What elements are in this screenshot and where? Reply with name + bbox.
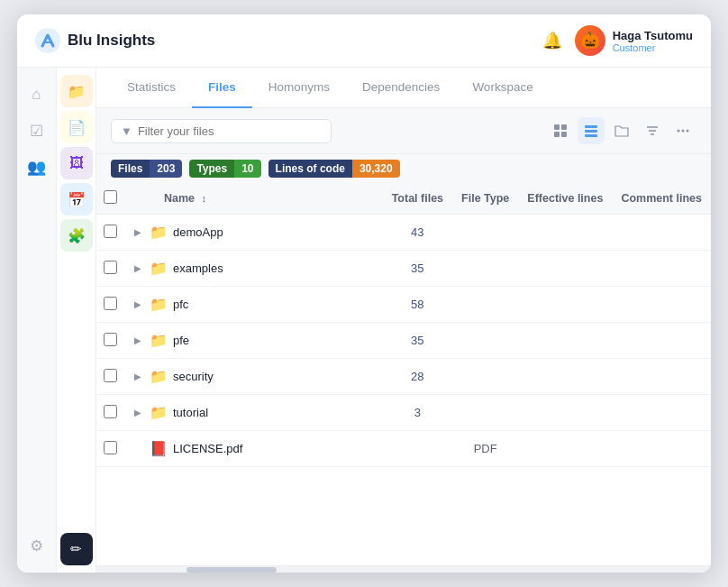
app-title: Blu Insights (68, 32, 155, 50)
row-checkbox-cell (96, 287, 124, 323)
expand-arrow-icon[interactable]: ▶ (132, 226, 144, 239)
filter-area[interactable]: ▼ (111, 119, 332, 143)
grid-view-btn[interactable] (547, 117, 574, 144)
svg-point-11 (678, 130, 680, 133)
scrollbar-thumb[interactable] (187, 567, 277, 573)
blu-logo-icon (35, 28, 60, 53)
row-select-checkbox[interactable] (104, 369, 117, 382)
tab-homonyms[interactable]: Homonyms (252, 68, 346, 108)
select-all-checkbox[interactable] (104, 190, 117, 204)
logo-area: Blu Insights (35, 28, 155, 53)
sidebar-compass-btn[interactable]: ✏ (60, 533, 93, 565)
expand-arrow-icon[interactable]: ▶ (132, 407, 144, 419)
sidebar-settings-icon[interactable]: ⚙ (21, 529, 53, 562)
table-row[interactable]: ▶📁pfc58 (96, 287, 711, 323)
sidebar-document-btn[interactable]: 📄 (60, 111, 93, 143)
row-name-cell: ▶📁examples (124, 251, 383, 287)
tab-workspace[interactable]: Workspace (456, 68, 549, 108)
row-name-cell: ▶📁demoApp (124, 215, 383, 251)
file-name-label: LICENSE.pdf (173, 442, 242, 455)
row-effective-lines (518, 359, 612, 395)
row-checkbox-cell (96, 359, 124, 395)
header-file-type[interactable]: File Type (452, 183, 518, 215)
avatar: 🎃 (575, 25, 605, 56)
row-comment-lines (612, 359, 711, 395)
row-select-checkbox[interactable] (104, 297, 117, 310)
table-row[interactable]: ▶📁examples35 (96, 251, 711, 287)
files-table: Name ↕ Total files File Type Effective l… (96, 183, 711, 467)
sidebar-users-icon[interactable]: 👥 (21, 151, 53, 183)
svg-rect-6 (585, 130, 597, 133)
badge-types-value: 10 (234, 160, 260, 178)
row-name-cell: ▶📁security (124, 359, 383, 395)
table-view-btn[interactable] (578, 117, 605, 144)
svg-rect-4 (561, 132, 567, 137)
row-comment-lines (612, 215, 711, 251)
badge-files-label: Files (111, 160, 150, 178)
header-effective-lines[interactable]: Effective lines (518, 183, 612, 215)
table-row[interactable]: ▶📁pfe35 (96, 323, 711, 359)
row-effective-lines (518, 395, 612, 431)
row-comment-lines (612, 395, 711, 431)
table-row[interactable]: ▶📁tutorial3 (96, 395, 711, 431)
header-total-files[interactable]: Total files (383, 183, 452, 215)
row-select-checkbox[interactable] (104, 333, 117, 346)
row-total-files (383, 431, 452, 467)
folder-view-btn[interactable] (608, 117, 635, 144)
row-effective-lines (518, 251, 612, 287)
row-select-checkbox[interactable] (104, 261, 117, 274)
table-row[interactable]: ▶📁security28 (96, 359, 711, 395)
toolbar-icons (547, 117, 696, 144)
folder-icon: 📁 (150, 404, 168, 421)
expand-arrow-icon[interactable]: ▶ (132, 262, 144, 275)
badges-bar: Files 203 Types 10 Lines of code 30,320 (96, 154, 711, 183)
notification-bell-icon[interactable]: 🔔 (542, 31, 562, 50)
horizontal-scrollbar[interactable] (96, 565, 711, 573)
row-name-cell: ▶📁tutorial (124, 395, 383, 431)
expand-arrow-icon[interactable]: ▶ (132, 335, 144, 347)
sidebar-check-icon[interactable]: ☑ (21, 115, 53, 147)
folder-icon: 📁 (150, 260, 168, 277)
search-input[interactable] (138, 124, 322, 138)
row-select-checkbox[interactable] (104, 405, 117, 418)
row-select-checkbox[interactable] (104, 225, 117, 238)
row-comment-lines (612, 431, 711, 467)
badge-files-value: 203 (150, 160, 182, 178)
header: Blu Insights 🔔 🎃 Haga Tsutomu Customer (17, 14, 711, 68)
tab-dependencies[interactable]: Dependencies (346, 68, 456, 108)
row-select-checkbox[interactable] (104, 441, 117, 454)
row-file-type (452, 251, 518, 287)
header-right: 🔔 🎃 Haga Tsutomu Customer (542, 25, 693, 56)
expand-arrow-icon[interactable]: ▶ (132, 298, 144, 311)
svg-rect-2 (561, 124, 567, 130)
filter-lines-btn[interactable] (639, 117, 666, 144)
sidebar-image-btn[interactable]: 🖼 (60, 147, 93, 179)
expand-arrow-icon (132, 443, 144, 455)
sidebar-home-icon[interactable]: ⌂ (21, 78, 53, 111)
file-name-label: demoApp (173, 225, 223, 239)
file-name-label: pfc (173, 298, 188, 311)
header-name[interactable]: Name ↕ (124, 183, 383, 215)
row-checkbox-cell (96, 251, 124, 287)
table-row[interactable]: ▶📁demoApp43 (96, 215, 711, 251)
expand-arrow-icon[interactable]: ▶ (132, 371, 144, 383)
user-role: Customer (613, 42, 693, 53)
row-file-type: PDF (452, 431, 518, 467)
tab-statistics[interactable]: Statistics (111, 68, 192, 108)
badge-types: Types 10 (189, 160, 260, 178)
sidebar-calendar-btn[interactable]: 📅 (60, 183, 93, 216)
row-comment-lines (612, 287, 711, 323)
row-name-cell: 📕LICENSE.pdf (124, 431, 383, 467)
avatar-area[interactable]: 🎃 Haga Tsutomu Customer (575, 25, 693, 56)
file-name-label: examples (173, 261, 223, 275)
header-comment-lines[interactable]: Comment lines (612, 183, 711, 215)
sidebar-puzzle-btn[interactable]: 🧩 (60, 219, 93, 252)
table-row[interactable]: 📕LICENSE.pdfPDF (96, 431, 711, 467)
row-checkbox-cell (96, 431, 124, 467)
badge-types-label: Types (189, 160, 234, 178)
sidebar-folder-active-btn[interactable]: 📁 (60, 75, 93, 107)
table-header-row: Name ↕ Total files File Type Effective l… (96, 183, 711, 215)
tab-files[interactable]: Files (192, 68, 252, 108)
more-options-btn[interactable] (669, 117, 696, 144)
file-name-label: tutorial (173, 406, 208, 419)
